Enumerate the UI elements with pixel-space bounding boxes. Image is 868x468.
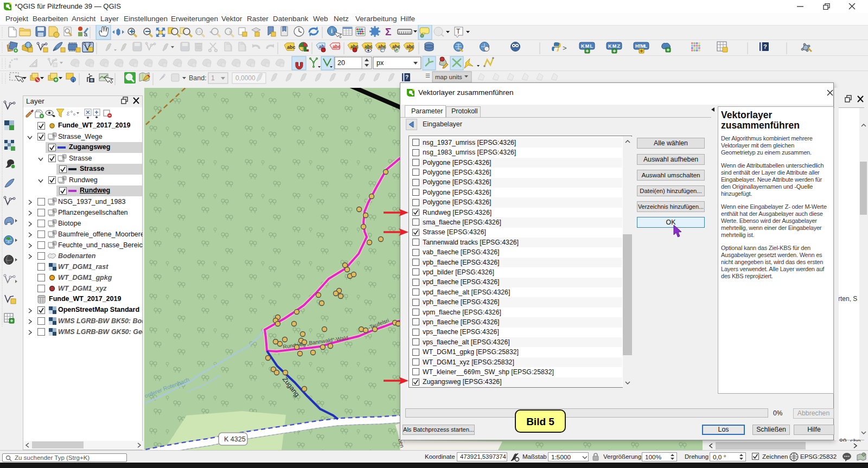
svg-text:i: i bbox=[331, 28, 333, 34]
svg-text:px: px bbox=[376, 59, 384, 67]
svg-text:Band:: Band: bbox=[189, 74, 207, 82]
svg-text:map units: map units bbox=[435, 74, 462, 80]
svg-text:T: T bbox=[456, 28, 461, 35]
svg-text:☰: ☰ bbox=[425, 73, 430, 79]
svg-text:0,0000: 0,0000 bbox=[235, 74, 256, 82]
svg-text:?: ? bbox=[763, 43, 767, 50]
svg-text:1: 1 bbox=[211, 74, 215, 82]
svg-text:a: a bbox=[84, 31, 88, 37]
svg-text:?: ? bbox=[405, 74, 409, 80]
svg-text:1:1: 1:1 bbox=[196, 30, 201, 33]
svg-text:KMZ: KMZ bbox=[608, 43, 621, 49]
svg-text:20: 20 bbox=[337, 59, 345, 67]
svg-text:HTML: HTML bbox=[635, 43, 648, 49]
svg-text:Σ: Σ bbox=[385, 26, 391, 37]
svg-text:abc: abc bbox=[333, 44, 341, 49]
svg-text:K 4325: K 4325 bbox=[224, 435, 246, 443]
svg-text:KML: KML bbox=[581, 43, 593, 49]
svg-text:>: > bbox=[563, 44, 567, 52]
